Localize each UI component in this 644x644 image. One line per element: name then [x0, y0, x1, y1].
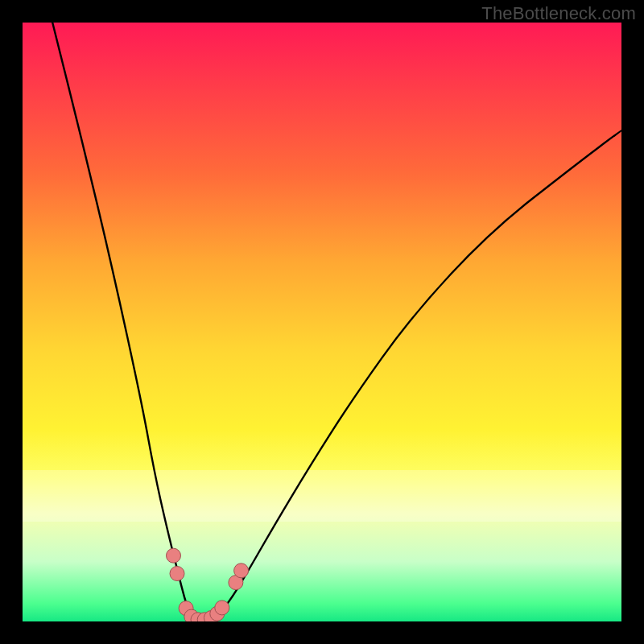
gradient-background	[23, 23, 621, 621]
watermark-text: TheBottleneck.com	[481, 3, 636, 24]
chart-frame	[23, 23, 621, 621]
